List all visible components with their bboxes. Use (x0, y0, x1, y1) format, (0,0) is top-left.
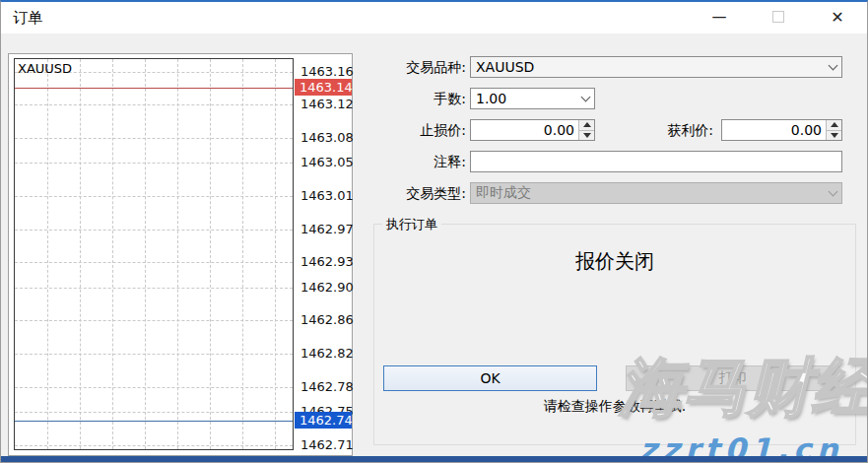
bid-price-badge: 1462.74 (295, 412, 352, 429)
h-gridline (15, 387, 293, 388)
price-tick-label: 1462.93 (300, 254, 352, 269)
v-gridline (80, 59, 81, 449)
v-gridline (210, 59, 211, 449)
maximize-icon (772, 11, 784, 23)
price-tick-label: 1462.82 (300, 346, 352, 361)
take-profit-input[interactable] (722, 120, 826, 140)
quotes-closed-message: 报价关闭 (374, 248, 855, 275)
h-gridline (15, 320, 293, 321)
h-gridline (15, 138, 293, 139)
v-gridline (112, 59, 113, 449)
minimize-icon: — (712, 8, 727, 26)
chevron-down-icon (824, 57, 841, 77)
h-gridline (15, 445, 293, 446)
arrow-up-icon (583, 122, 591, 127)
window-title: 订单 (13, 9, 42, 28)
symbol-combobox[interactable]: XAUUSD (470, 56, 842, 78)
volume-label: 手数: (375, 88, 470, 109)
v-gridline (177, 59, 178, 449)
sl-tp-row: 止损价: 获利价: (375, 119, 846, 141)
stop-loss-spinner (470, 119, 595, 141)
h-gridline (15, 262, 293, 263)
h-gridline (15, 230, 293, 231)
order-type-value: 即时成交 (471, 184, 824, 202)
take-profit-label: 获利价: (595, 119, 717, 141)
tick-chart: XAUUSD (14, 58, 294, 450)
price-tick-label: 1463.12 (300, 97, 352, 111)
v-gridline (145, 59, 146, 449)
comment-row: 注释: (375, 151, 846, 172)
groupbox-title: 执行订单 (382, 216, 441, 233)
stop-loss-input[interactable] (471, 120, 578, 140)
status-message: 请检查操作参数再重试. (374, 398, 855, 416)
price-tick-label: 1462.97 (300, 222, 352, 236)
title-bar: 订单 — ✕ (1, 2, 867, 33)
v-gridline (242, 59, 243, 449)
maximize-button[interactable] (762, 2, 795, 32)
execute-order-groupbox: 执行订单 报价关闭 OK 打印 请检查操作参数再重试. (373, 224, 856, 445)
symbol-label: 交易品种: (375, 56, 470, 78)
volume-combobox[interactable]: 1.00 (470, 88, 595, 109)
chevron-down-icon (576, 89, 594, 108)
price-tick-label: 1463.16 (300, 64, 352, 79)
order-dialog-window: 订单 — ✕ XAUUSD 1463.161463.121463.081463.… (0, 0, 868, 463)
stop-loss-label: 止损价: (375, 119, 470, 141)
ok-button[interactable]: OK (383, 365, 597, 391)
tick-chart-panel: XAUUSD 1463.161463.121463.081463.051463.… (8, 53, 353, 456)
order-type-label: 交易类型: (375, 182, 470, 204)
price-tick-label: 1462.71 (300, 437, 352, 452)
bottom-edge-bar (1, 456, 867, 462)
h-gridline (15, 196, 293, 197)
h-gridline (15, 412, 293, 413)
stop-loss-down-button[interactable] (579, 130, 594, 141)
price-tick-label: 1462.86 (300, 312, 352, 327)
arrow-up-icon (831, 122, 838, 127)
close-icon: ✕ (831, 8, 843, 27)
h-gridline (15, 354, 293, 355)
v-gridline (275, 59, 276, 449)
order-type-row: 交易类型: 即时成交 (375, 182, 846, 204)
take-profit-up-button[interactable] (827, 120, 841, 130)
price-tick-label: 1462.90 (300, 280, 352, 295)
h-gridline (15, 163, 293, 164)
ask-line (15, 88, 293, 89)
h-gridline (15, 288, 293, 289)
chart-symbol-label: XAUUSD (18, 61, 72, 76)
bid-line (15, 421, 293, 422)
comment-label: 注释: (375, 151, 470, 172)
close-button[interactable]: ✕ (821, 2, 854, 32)
arrow-down-icon (583, 133, 591, 138)
price-tick-label: 1463.08 (300, 130, 352, 145)
v-gridline (47, 59, 48, 449)
symbol-value: XAUUSD (471, 59, 824, 75)
minimize-button[interactable]: — (702, 2, 736, 32)
stop-loss-up-button[interactable] (579, 120, 594, 130)
price-tick-label: 1463.01 (300, 188, 352, 203)
volume-row: 手数: 1.00 (375, 88, 846, 109)
ask-price-badge: 1463.14 (295, 79, 352, 96)
chevron-down-icon (824, 183, 841, 203)
comment-input[interactable] (470, 151, 842, 172)
order-type-combobox[interactable]: 即时成交 (470, 182, 842, 204)
h-gridline (15, 104, 293, 105)
price-tick-label: 1462.78 (300, 379, 352, 394)
price-tick-label: 1463.05 (300, 155, 352, 169)
take-profit-spinner (721, 119, 842, 141)
take-profit-down-button[interactable] (827, 130, 841, 141)
volume-value: 1.00 (471, 91, 576, 106)
arrow-down-icon (831, 133, 838, 138)
print-button[interactable]: 打印 (626, 365, 839, 391)
symbol-row: 交易品种: XAUUSD (375, 56, 846, 78)
